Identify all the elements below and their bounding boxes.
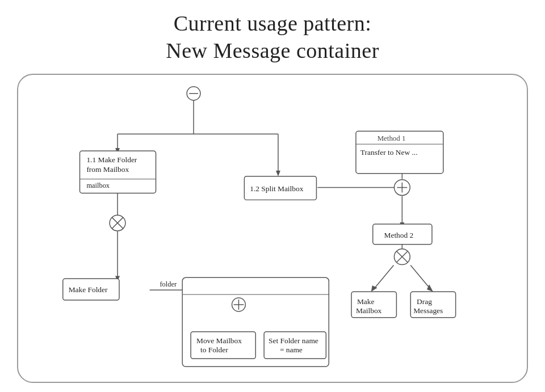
make-mailbox-label1: Make [357,297,375,306]
page-title: Current usage pattern: New Message conta… [0,0,545,64]
make-folder-mailbox-label1: 1.1 Make Folder [86,155,137,164]
drag-messages-label1: Drag [417,297,432,306]
make-folder-label: Make Folder [69,285,108,294]
folder-arrow-label: folder [160,280,177,288]
move-mailbox-label2: to Folder [200,345,228,354]
set-folder-label2: = name [280,345,303,354]
svg-line-20 [374,265,394,289]
mailbox-sublabel: mailbox [86,182,110,189]
diagram-area: 1.1 Make Folder from Mailbox mailbox 1.2… [17,74,528,383]
set-folder-label1: Set Folder name [269,336,318,345]
transfer-new-label1: Transfer to New ... [360,148,418,157]
move-mailbox-label1: Move Mailbox [196,336,242,345]
make-mailbox-label2: Mailbox [356,306,382,315]
split-mailbox-label: 1.2 Split Mailbox [250,184,303,193]
method2-label: Method 2 [384,231,414,239]
svg-marker-6 [276,171,280,176]
drag-messages-label2: Messages [413,306,443,315]
make-folder-mailbox-label2: from Mailbox [86,165,129,174]
method1-title: Method 1 [378,134,406,142]
svg-line-22 [410,265,430,289]
